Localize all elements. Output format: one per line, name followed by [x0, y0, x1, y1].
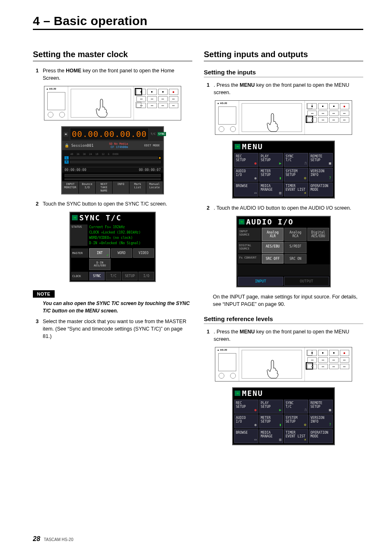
chapter-title: 4 – Basic operation — [33, 14, 363, 29]
tab-sync[interactable]: SYNC — [89, 272, 105, 280]
tab-io[interactable]: I/O — [138, 272, 154, 280]
section-inputs-outputs: Setting inputs and outputs — [204, 50, 363, 61]
menu-cell-sync[interactable]: SYNCT/C⎍ — [284, 400, 308, 414]
menu-cell-audio[interactable]: AUDIOI/O◉ — [234, 168, 258, 182]
menu-cell-remote[interactable]: REMOTESETUP■ — [309, 153, 333, 167]
audio-io-figure: ➔AUDIO I/O INPUT SOURCEAnalog XLRAnalog … — [236, 216, 331, 287]
menu-cell-play[interactable]: PLAYSETUP▶ — [259, 400, 284, 414]
menu-cell-meter[interactable]: METERSETUP▮ — [259, 414, 284, 428]
tab-setup[interactable]: SETUP — [122, 272, 138, 280]
rb-step-1: 1 . Press the MENU key on the front pane… — [204, 328, 363, 343]
home-tab[interactable]: INPUT MONITOR — [62, 181, 79, 194]
menu-cell-media[interactable]: MEDIAMANAGE▥ — [259, 429, 284, 443]
menu-cell-system[interactable]: SYSTEMSETUP⚙ — [284, 168, 308, 182]
input-page-description: On the INPUT page, make settings for inp… — [213, 293, 363, 308]
menu-cell-operation[interactable]: OPERATIONMODE — [309, 429, 333, 443]
sync-tc-figure: ➔SYNC T/C STATUSCurrent Fs= 192kHz CLOCK… — [69, 212, 156, 282]
menu-cell-rec[interactable]: RECSETUP● — [234, 153, 258, 167]
back-icon: ➔ — [239, 219, 244, 224]
menu-cell-media[interactable]: MEDIAMANAGE▥ — [259, 183, 284, 197]
front-panel-figure-menu: ▲ HS-20 — [215, 100, 352, 135]
timecode-display: 00.00.00.00.00 — [70, 128, 149, 140]
aio-btn[interactable]: Analog XLR — [262, 228, 284, 241]
note-label: NOTE — [33, 290, 55, 298]
home-screen-figure: ≡ 00.00.00.00.00 T/C SYNC 🔒 Session001 S… — [61, 126, 164, 194]
home-tab[interactable]: INFO — [113, 181, 129, 194]
front-panel-figure-menu-2: ▲ HS-20 — [215, 347, 352, 382]
menu-cell-timer[interactable]: TIMEREVENT LIST✕ — [284, 429, 308, 443]
master-word-button[interactable]: WORD — [111, 248, 132, 258]
menu-cell-browse[interactable]: BROWSE▭ — [234, 429, 258, 443]
master-int-button[interactable]: INT — [89, 248, 110, 258]
menu-cell-system[interactable]: SYSTEMSETUP⚙ — [284, 414, 308, 428]
step-3: 3 Select the master clock that you want … — [33, 318, 192, 340]
home-tab[interactable]: NEXT TAKE NAME — [96, 181, 113, 194]
aio-btn[interactable]: S/PDIF — [284, 242, 306, 253]
product-name: TASCAM HS-20 — [44, 537, 73, 542]
chapter-header: 4 – Basic operation — [33, 14, 363, 30]
page-footer: 28 TASCAM HS-20 — [33, 535, 73, 543]
tab-output[interactable]: OUTPUT — [284, 277, 329, 286]
aio-btn[interactable]: SRC ON — [284, 254, 306, 264]
menu-cell-play[interactable]: PLAYSETUP▶ — [259, 153, 284, 167]
sync-badge: SYNC — [157, 132, 166, 136]
menu-cell-remote[interactable]: REMOTESETUP■ — [309, 400, 333, 414]
menu-cell-browse[interactable]: BROWSE▭ — [234, 183, 258, 197]
menu-cell-sync[interactable]: SYNCT/C⎍ — [284, 153, 308, 167]
menu-cell-audio[interactable]: AUDIOI/O◉ — [234, 414, 258, 428]
menu-cell-rec[interactable]: RECSETUP● — [234, 400, 258, 414]
subsection-ref-levels: Setting reference levels — [204, 315, 363, 324]
aio-btn[interactable]: Digital AES/EBU — [307, 228, 329, 241]
right-column: Setting inputs and outputs Setting the i… — [204, 50, 363, 451]
aio-btn[interactable]: AES/EBU — [262, 242, 284, 253]
home-tab[interactable]: Manual Locate — [146, 181, 163, 194]
section-master-clock: Setting the master clock — [33, 50, 192, 61]
step-2: 2 Touch the SYNC button to open the SYNC… — [33, 200, 192, 208]
menu-screen-figure-2: ➔MENURECSETUP●PLAYSETUP▶SYNCT/C⎍REMOTESE… — [232, 387, 335, 445]
note-text: You can also open the SYNC T/C screen by… — [43, 300, 192, 314]
r-step-2: 2 . Touch the AUDIO I/O button to open t… — [204, 204, 363, 212]
aio-btn[interactable]: SRC OFF — [262, 254, 284, 264]
tab-input[interactable]: INPUT — [238, 277, 283, 286]
menu-cell-timer[interactable]: TIMEREVENT LIST✕ — [284, 183, 308, 197]
menu-cell-operation[interactable]: OPERATIONMODE — [309, 183, 333, 197]
home-tab[interactable]: Mark List — [129, 181, 146, 194]
r-step-1: 1 . Press the MENU key on the front pane… — [204, 81, 363, 96]
subsection-inputs: Setting the inputs — [204, 69, 363, 77]
front-panel-figure: ▲ HS-20 — [44, 86, 181, 120]
menu-cell-version[interactable]: VERSIONINFO? — [309, 414, 333, 428]
home-tab[interactable]: Bounce I/O — [79, 181, 96, 194]
menu-cell-version[interactable]: VERSIONINFO? — [309, 168, 333, 182]
menu-icon: ≡ — [64, 132, 68, 136]
master-din-button[interactable]: D-IN AES/EBU — [89, 259, 111, 270]
tab-tc[interactable]: T/C — [106, 272, 121, 280]
left-column: Setting the master clock 1 Press the HOM… — [33, 50, 192, 451]
aio-btn[interactable]: Analog RCA — [284, 228, 306, 241]
menu-screen-figure: ➔MENURECSETUP●PLAYSETUP▶SYNCT/C⎍REMOTESE… — [232, 141, 335, 199]
menu-cell-meter[interactable]: METERSETUP▮ — [259, 168, 284, 182]
page-number: 28 — [33, 535, 40, 542]
step-1: 1 Press the HOME key on the front panel … — [33, 67, 192, 82]
back-icon: ➔ — [72, 215, 78, 220]
master-video-button[interactable]: VIDEO — [133, 248, 154, 258]
